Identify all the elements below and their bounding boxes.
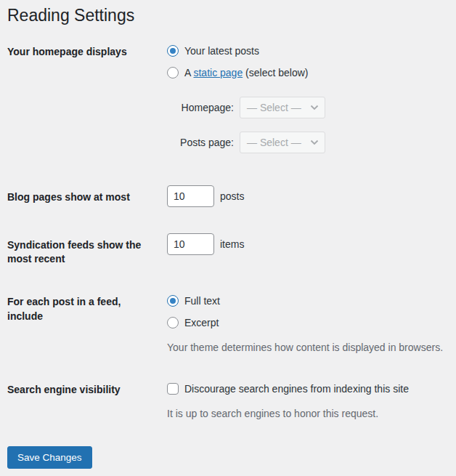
search-visibility-label: Search engine visibility <box>7 381 152 398</box>
posts-page-select-row: Posts page: — Select — <box>167 132 449 153</box>
latest-posts-radio[interactable] <box>167 45 179 57</box>
search-visibility-row: Search engine visibility Discourage sear… <box>7 368 449 434</box>
posts-page-select-label: Posts page: <box>167 137 234 148</box>
radio-option-latest-posts[interactable]: Your latest posts <box>167 43 449 59</box>
reading-settings-page: Reading Settings Your homepage displays … <box>0 0 456 476</box>
excerpt-radio-label: Excerpt <box>184 315 219 331</box>
static-page-radio-label: A static page (select below) <box>184 65 308 81</box>
syndication-label: Syndication feeds show the most recent <box>7 233 152 267</box>
homepage-displays-row: Your homepage displays Your latest posts… <box>7 30 449 172</box>
homepage-select-row: Homepage: — Select — <box>167 97 449 118</box>
blog-pages-label: Blog pages show at most <box>7 185 152 205</box>
chevron-down-icon <box>310 105 319 110</box>
posts-per-page-input[interactable] <box>167 185 214 207</box>
submit-area: Save Changes <box>7 435 449 476</box>
homepage-select-value: — Select — <box>247 102 301 113</box>
search-visibility-description: It is up to search engines to honor this… <box>167 406 449 421</box>
posts-page-select: — Select — <box>240 132 325 153</box>
radio-option-excerpt[interactable]: Excerpt <box>167 315 449 331</box>
homepage-select: — Select — <box>240 97 325 118</box>
posts-page-select-value: — Select — <box>247 137 301 148</box>
page-title: Reading Settings <box>7 0 449 28</box>
latest-posts-radio-label: Your latest posts <box>184 43 259 59</box>
feed-items-input[interactable] <box>167 233 214 255</box>
feed-content-row: For each post in a feed, include Full te… <box>7 280 449 368</box>
feed-content-description: Your theme determines how content is dis… <box>167 340 449 355</box>
chevron-down-icon <box>310 140 319 145</box>
feed-items-unit: items <box>220 238 244 250</box>
checkbox-option-discourage-indexing[interactable]: Discourage search engines from indexing … <box>167 381 449 397</box>
discourage-indexing-label: Discourage search engines from indexing … <box>184 381 409 397</box>
static-page-selects: Homepage: — Select — Posts page: — Selec… <box>167 97 449 153</box>
feed-content-label: For each post in a feed, include <box>7 293 152 323</box>
settings-form: Your homepage displays Your latest posts… <box>7 30 449 435</box>
discourage-indexing-checkbox[interactable] <box>167 383 179 395</box>
syndication-row: Syndication feeds show the most recent i… <box>7 220 449 280</box>
posts-per-page-unit: posts <box>220 190 244 202</box>
homepage-select-label: Homepage: <box>167 102 234 113</box>
homepage-displays-label: Your homepage displays <box>7 43 152 60</box>
static-page-link[interactable]: static page <box>193 67 243 78</box>
full-text-radio[interactable] <box>167 295 179 307</box>
excerpt-radio[interactable] <box>167 317 179 328</box>
full-text-radio-label: Full text <box>184 293 220 309</box>
radio-option-static-page[interactable]: A static page (select below) <box>167 65 449 81</box>
blog-pages-row: Blog pages show at most posts <box>7 172 449 220</box>
static-page-radio[interactable] <box>167 67 179 78</box>
save-changes-button[interactable]: Save Changes <box>7 446 92 469</box>
radio-option-full-text[interactable]: Full text <box>167 293 449 309</box>
